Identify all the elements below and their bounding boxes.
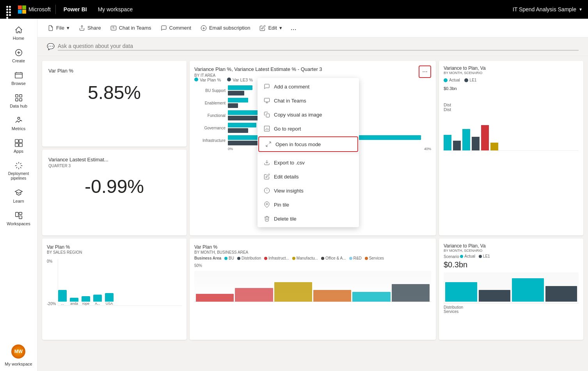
context-menu: Add a comment Chat in Teams Copy visual …	[258, 78, 359, 227]
menu-edit-details[interactable]: Edit details	[258, 170, 359, 184]
sidebar-item-learn[interactable]: Learn	[0, 185, 37, 207]
email-button[interactable]: Email subscription	[197, 23, 254, 34]
scenario-card-subtitle: BY MONTH, SCENARIO	[444, 249, 579, 253]
insights-menu-icon	[264, 187, 270, 194]
sidebar-item-create[interactable]: Create	[0, 44, 37, 67]
y-label: 50%	[194, 263, 431, 268]
variance-right-card: Variance to Plan, Va BY MONTH, SCENARIO …	[439, 61, 583, 235]
sidebar-item-browse[interactable]: Browse	[0, 67, 37, 90]
menu-go-report[interactable]: Go to report	[258, 122, 359, 136]
qa-bar: 💬	[37, 37, 588, 56]
legend-var-plan: Var Plan %	[200, 78, 221, 82]
report-title: IT Spend Analysis Sample	[513, 6, 576, 12]
right-chart	[444, 120, 579, 151]
comment-button[interactable]: Comment	[157, 23, 195, 34]
scenario-card-title: Variance to Plan, Va	[444, 243, 579, 249]
qa-input[interactable]	[58, 43, 579, 51]
create-icon	[14, 48, 23, 57]
menu-pin-tile[interactable]: Pin tile	[258, 198, 359, 212]
svg-rect-10	[19, 143, 22, 147]
apps-icon	[14, 139, 23, 147]
menu-add-comment[interactable]: Add a comment	[258, 80, 359, 94]
var-plan-region-card: Var Plan % BY SALES REGION 0% -20% ... a…	[42, 238, 187, 340]
variance-right-subtitle: BY MONTH, SCENARIO	[444, 71, 579, 75]
svg-rect-3	[19, 95, 21, 97]
sidebar-item-datahub[interactable]: Data hub	[0, 90, 37, 112]
more-options-button[interactable]: ...	[288, 22, 300, 34]
var-plan-region-subtitle: BY SALES REGION	[47, 250, 182, 254]
file-icon	[48, 25, 54, 31]
services-bottom: Services	[444, 309, 579, 314]
bar-chart-title: Variance Plan %, Variance Latest Estimat…	[194, 66, 322, 72]
business-area-label: Business Area	[194, 256, 221, 260]
sidebar-item-pipelines[interactable]: Deployment pipelines	[0, 157, 37, 185]
top-bar: Microsoft Power BI My workspace IT Spend…	[0, 0, 588, 19]
share-button[interactable]: Share	[75, 23, 105, 34]
file-button[interactable]: File ▾	[44, 23, 73, 34]
edit-menu-icon	[264, 173, 270, 180]
edit-button[interactable]: Edit ▾	[256, 23, 286, 34]
variance-latest-value: -0.99%	[48, 176, 180, 197]
svg-rect-12	[19, 212, 21, 215]
bar-chart-menu-btn[interactable]: ···	[419, 65, 431, 78]
sidebar-datahub-label: Data hub	[10, 104, 27, 108]
qa-icon: 💬	[47, 43, 55, 50]
sidebar-item-workspaces[interactable]: Workspaces	[0, 207, 37, 230]
bar-busupport-plan	[228, 85, 252, 90]
svg-rect-1	[15, 73, 22, 78]
top-divider	[55, 5, 56, 14]
svg-rect-18	[264, 98, 269, 102]
browse-icon	[14, 71, 23, 80]
var-plan-month-title: Var Plan %	[194, 244, 217, 250]
svg-rect-19	[266, 114, 270, 117]
svg-rect-7	[15, 140, 18, 143]
var-plan-value: 5.85%	[48, 82, 180, 103]
scenario-card: Variance to Plan, Va BY MONTH, SCENARIO …	[439, 238, 583, 340]
learn-icon	[14, 189, 23, 197]
legend-var-le3: Var LE3 %	[233, 78, 253, 82]
menu-export-csv[interactable]: Export to .csv	[258, 155, 359, 170]
my-workspace-label: My workspace	[5, 362, 32, 366]
user-avatar[interactable]: MW	[11, 344, 25, 359]
var-plan-month-legend: Business Area BU Distribution Infrastruc…	[194, 256, 431, 260]
sidebar-home-label: Home	[13, 36, 24, 41]
menu-view-insights[interactable]: View insights	[258, 184, 359, 198]
var-plan-month-subtitle: BY MONTH, BUSINESS AREA	[194, 250, 431, 254]
svg-rect-13	[19, 216, 21, 219]
menu-delete-tile[interactable]: Delete tile	[258, 212, 359, 226]
menu-copy-visual[interactable]: Copy visual as image	[258, 108, 359, 122]
waffle-icon[interactable]	[6, 6, 13, 13]
sidebar-item-apps[interactable]: Apps	[0, 135, 37, 157]
microsoft-logo: Microsoft	[18, 5, 51, 14]
action-bar: File ▾ Share Chat in Teams Comment Email…	[37, 19, 588, 37]
report-dropdown-icon[interactable]: ▾	[579, 7, 582, 12]
sidebar-item-metrics[interactable]: Metrics	[0, 112, 37, 135]
chart-menu-icon	[264, 125, 270, 132]
svg-point-27	[266, 203, 268, 205]
metrics-icon	[14, 116, 23, 125]
teams-menu-icon	[264, 97, 270, 104]
menu-focus-mode[interactable]: Open in focus mode	[258, 136, 358, 152]
comment-icon	[161, 25, 167, 31]
scenario-items: Scenario Actual LE1	[444, 254, 579, 259]
sidebar-create-label: Create	[12, 58, 25, 63]
sidebar-item-home[interactable]: Home	[0, 22, 37, 44]
edit-icon	[259, 25, 266, 31]
pin-menu-icon	[264, 201, 270, 208]
chat-teams-button[interactable]: Chat in Teams	[107, 23, 155, 34]
bar-busupport-le3	[228, 91, 244, 95]
copy-menu-icon	[264, 111, 270, 118]
powerbi-logo-text: Power BI	[64, 6, 87, 12]
variance-latest-title: Variance Lastest Estimat...	[48, 157, 108, 163]
menu-chat-teams[interactable]: Chat in Teams	[258, 94, 359, 108]
dist-bottom: Distribution	[444, 305, 579, 309]
sidebar-workspaces-label: Workspaces	[7, 221, 30, 226]
email-icon	[201, 25, 207, 31]
workspaces-icon	[14, 211, 23, 220]
focus-menu-icon	[265, 141, 272, 147]
svg-rect-5	[19, 99, 21, 101]
scenario-label: Actual LE1	[444, 78, 579, 83]
svg-rect-9	[15, 143, 18, 147]
var-plan-title: Var Plan %	[48, 68, 73, 74]
delete-menu-icon	[264, 216, 270, 222]
